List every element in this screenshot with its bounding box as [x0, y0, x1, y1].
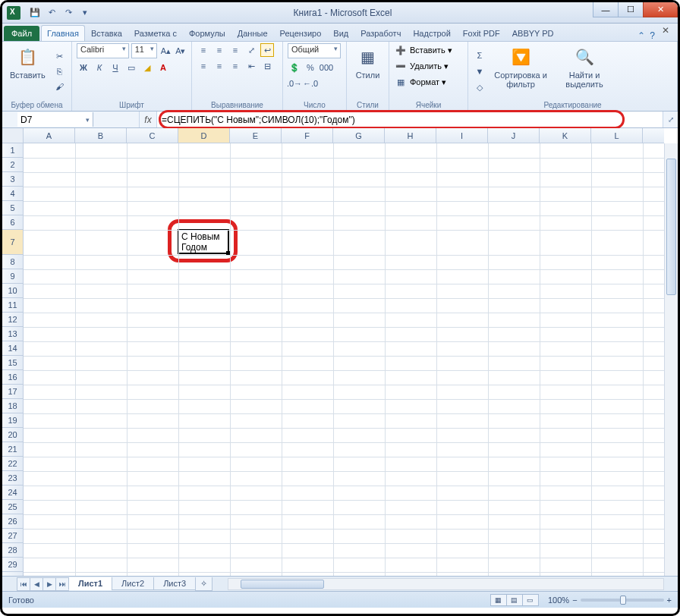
- row-head-3[interactable]: 3: [2, 172, 23, 187]
- row-head-16[interactable]: 16: [2, 370, 23, 385]
- name-box[interactable]: D7: [17, 112, 93, 127]
- number-format-combo[interactable]: Общий: [288, 43, 341, 58]
- tab-foxit[interactable]: Foxit PDF: [457, 25, 506, 41]
- font-color-button[interactable]: A: [156, 61, 170, 74]
- row-head-8[interactable]: 8: [2, 255, 23, 269]
- row-head-9[interactable]: 9: [2, 269, 23, 284]
- tab-review[interactable]: Рецензиро: [274, 25, 328, 41]
- delete-cells-button[interactable]: Удалить ▾: [410, 61, 449, 71]
- fill-down-icon[interactable]: ▼: [473, 64, 486, 78]
- insert-cells-button[interactable]: Вставить ▾: [410, 46, 452, 55]
- tab-addins[interactable]: Надстрой: [407, 25, 456, 41]
- row-head-15[interactable]: 15: [2, 356, 23, 370]
- copy-icon[interactable]: ⎘: [53, 64, 67, 78]
- sheet-tab-3[interactable]: Лист3: [153, 577, 196, 590]
- grow-font-icon[interactable]: A▴: [159, 44, 172, 58]
- dec-inc-icon[interactable]: .0→: [288, 77, 301, 90]
- column-headers[interactable]: ABCDEFGHIJKL: [24, 128, 664, 143]
- row-head-22[interactable]: 22: [2, 457, 23, 471]
- underline-button[interactable]: Ч: [109, 61, 122, 74]
- fill-color-button[interactable]: ◢: [140, 61, 154, 74]
- font-name-combo[interactable]: Calibri: [77, 43, 129, 58]
- zoom-slider-thumb[interactable]: [620, 596, 626, 605]
- percent-icon[interactable]: %: [304, 61, 317, 74]
- save-icon[interactable]: 💾: [28, 6, 42, 20]
- row-head-24[interactable]: 24: [2, 486, 23, 500]
- redo-icon[interactable]: ↷: [61, 6, 75, 20]
- col-head-A[interactable]: A: [24, 128, 75, 143]
- col-head-K[interactable]: K: [540, 128, 591, 143]
- styles-button[interactable]: ▦ Стили: [351, 43, 384, 81]
- col-head-J[interactable]: J: [488, 128, 540, 143]
- zoom-out-button[interactable]: −: [572, 596, 577, 605]
- align-center-icon[interactable]: ≡: [212, 59, 226, 73]
- sheet-nav-last-icon[interactable]: ⏭: [55, 577, 69, 591]
- row-head-18[interactable]: 18: [2, 399, 23, 413]
- sheet-tab-1[interactable]: Лист1: [68, 577, 112, 590]
- row-head-28[interactable]: 28: [2, 543, 23, 558]
- dec-dec-icon[interactable]: ←.0: [304, 77, 317, 90]
- sheet-add-button[interactable]: ✧: [195, 577, 212, 591]
- sheet-nav-prev-icon[interactable]: ◀: [30, 577, 43, 591]
- col-head-I[interactable]: I: [436, 128, 488, 143]
- find-select-button[interactable]: 🔍 Найти и выделить: [555, 43, 614, 99]
- shrink-font-icon[interactable]: A▾: [175, 44, 187, 58]
- align-mid-icon[interactable]: ≡: [212, 43, 226, 57]
- row-head-7[interactable]: 7: [2, 230, 23, 255]
- help-icon[interactable]: ?: [650, 30, 655, 41]
- row-head-5[interactable]: 5: [2, 201, 23, 215]
- zoom-slider[interactable]: [581, 599, 664, 602]
- align-right-icon[interactable]: ≡: [228, 59, 242, 73]
- col-head-B[interactable]: B: [75, 128, 127, 143]
- row-head-4[interactable]: 4: [2, 187, 23, 201]
- row-head-1[interactable]: 1: [2, 143, 23, 158]
- vertical-scrollbar[interactable]: [664, 143, 678, 576]
- col-head-F[interactable]: F: [282, 128, 333, 143]
- spreadsheet-grid[interactable]: ABCDEFGHIJKL 123456789101112131415161718…: [2, 128, 678, 576]
- sort-filter-button[interactable]: 🔽 Сортировка и фильтр: [491, 43, 550, 99]
- formula-input[interactable]: =СЦЕПИТЬ("С Новым";СИМВОЛ(10);"Годом"): [157, 112, 663, 127]
- align-bot-icon[interactable]: ≡: [228, 43, 242, 57]
- row-head-29[interactable]: 29: [2, 558, 23, 572]
- orientation-icon[interactable]: ⤢: [244, 43, 258, 57]
- horizontal-scrollbar[interactable]: [228, 578, 664, 590]
- merge-button[interactable]: ⊟: [260, 59, 274, 73]
- col-head-C[interactable]: C: [127, 128, 178, 143]
- cells-area[interactable]: С Новым Годом: [24, 143, 664, 576]
- row-head-6[interactable]: 6: [2, 215, 23, 230]
- view-pagebreak-button[interactable]: ▭: [522, 594, 539, 606]
- row-head-17[interactable]: 17: [2, 385, 23, 399]
- col-head-H[interactable]: H: [385, 128, 436, 143]
- comma-icon[interactable]: 000: [320, 61, 333, 74]
- row-head-25[interactable]: 25: [2, 500, 23, 514]
- maximize-button[interactable]: ☐: [618, 2, 644, 17]
- align-left-icon[interactable]: ≡: [197, 59, 210, 73]
- view-normal-button[interactable]: ▦: [490, 594, 507, 606]
- close-button[interactable]: ✕: [643, 2, 678, 17]
- border-button[interactable]: ▭: [124, 61, 138, 74]
- font-size-combo[interactable]: 11: [131, 43, 158, 58]
- col-head-G[interactable]: G: [333, 128, 385, 143]
- file-tab[interactable]: Файл: [4, 26, 39, 41]
- bold-button[interactable]: Ж: [77, 61, 90, 74]
- col-head-E[interactable]: E: [230, 128, 282, 143]
- sheet-nav-first-icon[interactable]: ⏮: [17, 577, 30, 591]
- ribbon-minimize-icon[interactable]: ⌃: [638, 30, 645, 41]
- row-head-14[interactable]: 14: [2, 341, 23, 356]
- horizontal-scroll-thumb[interactable]: [241, 580, 324, 589]
- col-head-L[interactable]: L: [591, 128, 643, 143]
- formula-expand-icon[interactable]: ⤢: [663, 112, 678, 127]
- cut-icon[interactable]: ✂: [53, 49, 67, 63]
- format-cells-button[interactable]: Формат ▾: [410, 77, 446, 87]
- row-head-20[interactable]: 20: [2, 428, 23, 442]
- sheet-nav-next-icon[interactable]: ▶: [42, 577, 56, 591]
- row-head-2[interactable]: 2: [2, 158, 23, 172]
- qat-customize-icon[interactable]: ▾: [78, 6, 92, 20]
- row-head-26[interactable]: 26: [2, 514, 23, 529]
- row-head-23[interactable]: 23: [2, 471, 23, 486]
- tab-layout[interactable]: Разметка с: [128, 25, 183, 41]
- tab-developer[interactable]: Разработч: [354, 25, 407, 41]
- minimize-button[interactable]: —: [593, 2, 619, 17]
- tab-view[interactable]: Вид: [327, 25, 354, 41]
- wrap-text-button[interactable]: ↩: [260, 43, 274, 57]
